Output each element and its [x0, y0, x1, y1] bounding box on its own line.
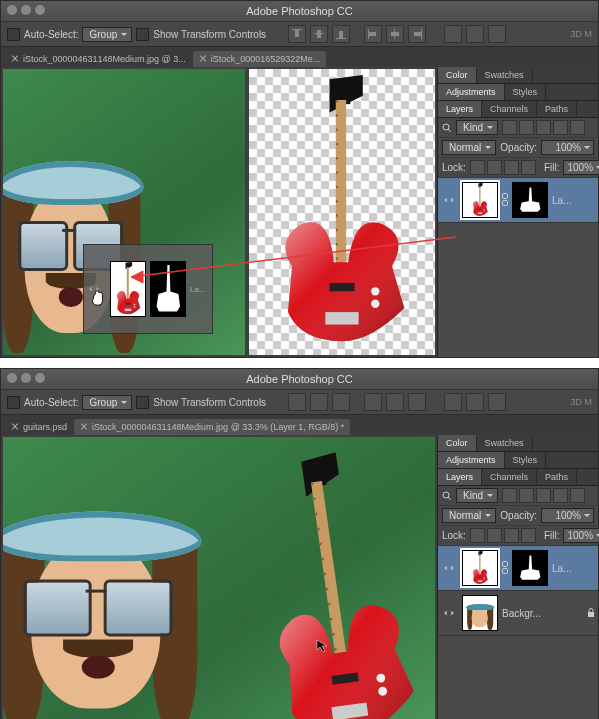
canvas-guitar[interactable]	[249, 69, 435, 355]
title-bar[interactable]: Adobe Photoshop CC	[1, 369, 598, 390]
layer-row[interactable]: Backgr...	[438, 591, 598, 636]
window-controls[interactable]	[7, 373, 45, 383]
layer-thumbnail[interactable]	[462, 550, 498, 586]
svg-rect-19	[391, 32, 399, 36]
panel-tab-channels[interactable]: Channels	[482, 101, 537, 117]
lock-icons[interactable]	[470, 160, 536, 175]
layer-name[interactable]: La...	[552, 563, 571, 574]
svg-rect-28	[588, 612, 594, 617]
panel-tab-styles[interactable]: Styles	[505, 84, 547, 100]
panel-tab-channels[interactable]: Channels	[482, 469, 537, 485]
photoshop-window-top: Adobe Photoshop CC Auto-Select: Group Sh…	[0, 0, 599, 358]
svg-rect-14	[336, 38, 346, 39]
layer-row[interactable]: La...	[438, 546, 598, 591]
visibility-toggle[interactable]	[440, 607, 458, 619]
window-controls[interactable]	[7, 5, 45, 15]
panel-tab-swatches[interactable]: Swatches	[477, 435, 533, 451]
auto-select-checkbox[interactable]	[7, 396, 20, 409]
close-icon[interactable]	[199, 55, 207, 63]
photoshop-window-bottom: Adobe Photoshop CC Auto-Select: Group Sh…	[0, 368, 599, 719]
align-left-icon[interactable]	[364, 25, 382, 43]
align-icon[interactable]	[386, 393, 404, 411]
close-icon[interactable]	[11, 55, 19, 63]
placed-guitar[interactable]	[239, 445, 428, 719]
layer-mask-thumbnail[interactable]	[512, 182, 548, 218]
fill-field[interactable]: 100%	[563, 160, 599, 175]
layer-mask-thumbnail[interactable]	[512, 550, 548, 586]
distribute-icon[interactable]	[488, 393, 506, 411]
opacity-field[interactable]: 100%	[541, 140, 594, 155]
document-tab[interactable]: iStock_000016529322Me...	[193, 51, 327, 67]
panel-tab-color[interactable]: Color	[438, 435, 477, 451]
lock-label: Lock:	[442, 162, 466, 173]
document-tab[interactable]: iStock_000004631148Medium.jpg @ 33.3% (L…	[74, 419, 350, 435]
panel-tab-color[interactable]: Color	[438, 67, 477, 83]
align-icon[interactable]	[332, 393, 350, 411]
align-bottom-icon[interactable]	[332, 25, 350, 43]
layer-thumbnail[interactable]	[462, 595, 498, 631]
link-icon[interactable]	[502, 193, 508, 207]
visibility-toggle[interactable]	[440, 562, 458, 574]
align-vcenter-icon[interactable]	[310, 25, 328, 43]
panel-tab-adjustments[interactable]: Adjustments	[438, 452, 505, 468]
link-icon[interactable]	[502, 561, 508, 575]
document-tab[interactable]: guitars.psd	[5, 419, 73, 435]
distribute-icon[interactable]	[466, 25, 484, 43]
panel-tab-paths[interactable]: Paths	[537, 469, 577, 485]
panel-tab-layers[interactable]: Layers	[438, 469, 482, 485]
panel-dock: ColorSwatches AdjustmentsStyles LayersCh…	[437, 67, 598, 357]
visibility-toggle[interactable]	[440, 194, 458, 206]
panel-tab-paths[interactable]: Paths	[537, 101, 577, 117]
layer-filter-icons[interactable]	[502, 488, 585, 503]
panel-tab-swatches[interactable]: Swatches	[477, 67, 533, 83]
panel-tab-adjustments[interactable]: Adjustments	[438, 84, 505, 100]
layer-name[interactable]: Backgr...	[502, 608, 582, 619]
svg-rect-16	[368, 29, 369, 39]
title-bar[interactable]: Adobe Photoshop CC	[1, 1, 598, 22]
fill-field[interactable]: 100%	[563, 528, 599, 543]
layer-filter-dropdown[interactable]: Kind	[456, 120, 498, 135]
options-bar: Auto-Select: Group Show Transform Contro…	[1, 22, 598, 47]
auto-select-checkbox[interactable]	[7, 28, 20, 41]
move-cursor-icon	[315, 638, 331, 654]
distribute-icon[interactable]	[488, 25, 506, 43]
show-transform-checkbox[interactable]	[136, 28, 149, 41]
align-icon[interactable]	[364, 393, 382, 411]
canvas-composite[interactable]	[3, 437, 435, 719]
3d-mode-label[interactable]: 3D M	[570, 29, 592, 39]
blend-mode-dropdown[interactable]: Normal	[442, 508, 496, 523]
layer-name[interactable]: La...	[552, 195, 571, 206]
panel-dock: ColorSwatches AdjustmentsStyles LayersCh…	[437, 435, 598, 719]
layer-filter-dropdown[interactable]: Kind	[456, 488, 498, 503]
close-icon[interactable]	[80, 423, 88, 431]
align-icon[interactable]	[408, 393, 426, 411]
blend-mode-dropdown[interactable]: Normal	[442, 140, 496, 155]
app-title: Adobe Photoshop CC	[246, 373, 352, 385]
search-icon[interactable]	[442, 123, 452, 133]
layer-row[interactable]: La...	[438, 178, 598, 223]
layer-filter-icons[interactable]	[502, 120, 585, 135]
panel-tab-layers[interactable]: Layers	[438, 101, 482, 117]
search-icon[interactable]	[442, 491, 452, 501]
distribute-icon[interactable]	[444, 25, 462, 43]
align-icon[interactable]	[310, 393, 328, 411]
show-transform-label: Show Transform Controls	[153, 29, 266, 40]
align-top-icon[interactable]	[288, 25, 306, 43]
svg-rect-17	[369, 32, 376, 36]
layer-thumbnail[interactable]	[462, 182, 498, 218]
document-tab-bar: guitars.psd iStock_000004631148Medium.jp…	[1, 415, 598, 435]
auto-select-dropdown[interactable]: Group	[82, 395, 132, 410]
align-icon[interactable]	[288, 393, 306, 411]
lock-icons[interactable]	[470, 528, 536, 543]
document-tab[interactable]: iStock_000004631148Medium.jpg @ 3...	[5, 51, 192, 67]
canvas-hippie[interactable]: La...	[3, 69, 245, 355]
align-right-icon[interactable]	[408, 25, 426, 43]
close-icon[interactable]	[11, 423, 19, 431]
panel-tab-styles[interactable]: Styles	[505, 452, 547, 468]
show-transform-checkbox[interactable]	[136, 396, 149, 409]
auto-select-dropdown[interactable]: Group	[82, 27, 132, 42]
distribute-icon[interactable]	[444, 393, 462, 411]
distribute-icon[interactable]	[466, 393, 484, 411]
align-hcenter-icon[interactable]	[386, 25, 404, 43]
opacity-field[interactable]: 100%	[541, 508, 594, 523]
